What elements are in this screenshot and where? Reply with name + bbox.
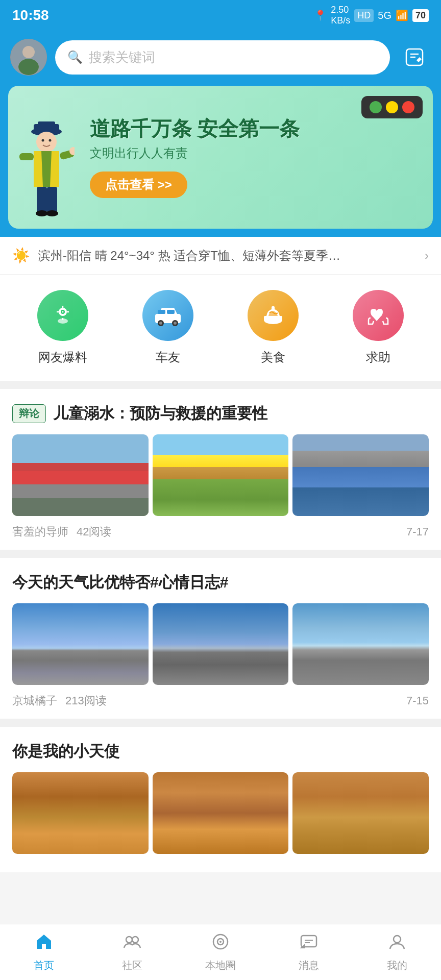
hd-badge: HD [354,9,374,22]
nav-community-label: 社区 [122,959,142,972]
svg-point-42 [132,937,138,943]
post-card-1[interactable]: 辩论 儿童溺水：预防与救援的重要性 害羞的导师 42阅读 7-17 [0,389,441,550]
search-icon: 🔍 [67,50,83,64]
post-image-2a [12,603,149,685]
post-image-3a [12,772,149,854]
divider-1 [0,381,441,389]
post-title-2: 今天的天气比优特否#心情日志# [12,572,228,593]
svg-point-22 [46,210,58,216]
battery-indicator: 70 [412,9,429,22]
svg-point-49 [394,936,401,943]
home-icon [35,933,53,955]
categories-section: 网友爆料 车友 [0,275,441,381]
category-help[interactable]: 求助 [353,290,404,365]
post-images-2 [12,603,429,685]
weather-bar[interactable]: ☀️ 滨州-阳信 晴 24°~34° 热 适合穿T恤、短薄外套等夏季… › [0,237,441,275]
traffic-light [361,96,423,118]
nav-message[interactable]: 消息 [264,924,353,980]
nav-local[interactable]: 本地圈 [177,924,265,980]
divider-2 [0,550,441,558]
post-title-3: 你是我的小天使 [12,741,119,762]
category-news[interactable]: 网友爆料 [37,290,88,365]
post-meta-2: 京城橘子 213阅读 7-15 [12,693,429,708]
category-food[interactable]: 美食 [248,290,299,365]
author-name-2: 京城橘子 [12,693,57,708]
category-food-icon [248,290,299,341]
post-card-2[interactable]: 今天的天气比优特否#心情日志# 京城橘子 213阅读 7-15 [0,558,441,719]
post-image-1b [153,434,289,516]
svg-rect-19 [37,187,47,212]
post-title-row-3: 你是我的小天使 [12,741,429,762]
svg-rect-40 [272,306,275,310]
post-meta-1: 害羞的导师 42阅读 7-17 [12,524,429,540]
post-title-1: 儿童溺水：预防与救援的重要性 [53,403,267,424]
wifi-icon: 📶 [396,9,408,21]
weather-arrow-icon: › [425,249,429,263]
svg-point-11 [42,139,44,142]
traffic-yellow [386,101,398,113]
nav-community[interactable]: 社区 [88,924,177,980]
avatar[interactable] [10,39,47,76]
svg-point-10 [36,132,57,152]
post-author-2: 京城橘子 213阅读 [12,693,107,708]
read-count-1: 42阅读 [77,524,111,540]
category-news-icon [37,290,88,341]
speed-text: 2.50KB/s [331,5,350,26]
weather-text: 滨州-阳信 晴 24°~34° 热 适合穿T恤、短薄外套等夏季… [38,248,416,264]
nav-home-label: 首页 [34,959,54,972]
edit-icon[interactable] [398,41,431,74]
svg-rect-39 [264,316,282,320]
banner-container: 道路千万条 安全第一条 文明出行人人有责 点击查看 >> [0,86,441,237]
category-car[interactable]: 车友 [142,290,193,365]
banner-title: 道路千万条 安全第一条 [90,116,418,141]
community-icon [123,933,141,955]
post-card-3[interactable]: 你是我的小天使 [0,727,441,872]
status-time: 10:58 [12,7,49,23]
post-images-1 [12,434,429,516]
svg-point-37 [174,322,177,325]
svg-rect-46 [301,936,316,947]
traffic-red [402,101,414,113]
svg-marker-14 [34,151,43,187]
traffic-green [370,101,382,113]
category-help-label: 求助 [366,349,390,365]
svg-point-12 [49,139,52,142]
svg-point-3 [18,59,39,75]
message-icon [300,933,318,955]
post-date-2: 7-15 [406,694,429,707]
post-title-row-2: 今天的天气比优特否#心情日志# [12,572,429,593]
post-date-1: 7-17 [406,525,429,538]
category-car-icon [142,290,193,341]
nav-home[interactable]: 首页 [0,924,88,980]
svg-marker-15 [50,151,59,187]
banner-button[interactable]: 点击查看 >> [90,172,187,198]
location-icon: 📍 [314,9,327,21]
post-image-2b [153,603,289,685]
svg-point-41 [126,937,132,943]
avatar-image [10,39,47,76]
post-image-3b [153,772,289,854]
signal-5g: 5G [378,10,391,21]
post-image-3c [292,772,429,854]
search-bar[interactable]: 🔍 搜索关键词 [55,40,390,75]
post-title-row-1: 辩论 儿童溺水：预防与救援的重要性 [12,403,429,424]
read-count-2: 213阅读 [65,693,107,708]
status-icons: 📍 2.50KB/s HD 5G 📶 70 [314,5,429,26]
svg-point-1 [22,46,35,58]
nav-profile[interactable]: 我的 [353,924,441,980]
local-icon [211,933,230,955]
svg-rect-33 [167,310,175,314]
weather-icon: ☀️ [12,247,30,264]
author-name-1: 害羞的导师 [12,524,68,540]
svg-point-25 [62,311,64,313]
svg-rect-18 [19,153,34,160]
post-image-2c [292,603,429,685]
svg-rect-32 [158,310,165,314]
category-help-icon [353,290,404,341]
banner[interactable]: 道路千万条 安全第一条 文明出行人人有责 点击查看 >> [8,86,433,229]
svg-point-45 [219,941,222,943]
divider-3 [0,719,441,727]
profile-icon [388,933,406,955]
status-bar: 10:58 📍 2.50KB/s HD 5G 📶 70 [0,0,441,31]
nav-local-label: 本地圈 [205,959,236,972]
